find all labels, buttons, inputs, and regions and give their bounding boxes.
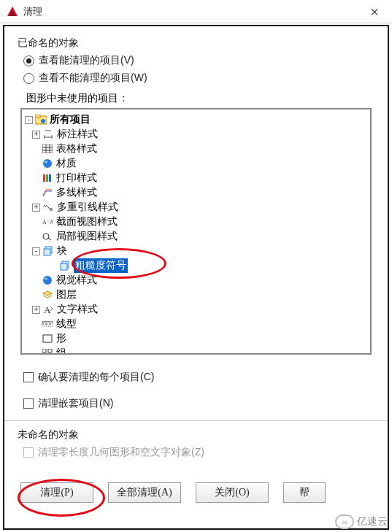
tree-item-textstyle[interactable]: +A文字样式	[25, 302, 367, 317]
expand-icon[interactable]: +	[32, 306, 40, 314]
check-confirm-each[interactable]: 确认要清理的每个项目(C)	[23, 371, 374, 384]
collapse-icon[interactable]: -	[25, 116, 33, 124]
detailview-icon	[42, 231, 53, 242]
tree-item-layer[interactable]: 图层	[25, 288, 367, 302]
svg-rect-1	[35, 115, 40, 117]
svg-rect-22	[44, 249, 50, 255]
tree-label: 线型	[56, 317, 77, 331]
radio-label: 查看不能清理的项目(W)	[39, 72, 147, 85]
svg-rect-35	[48, 354, 52, 355]
tree-label: 局部视图样式	[56, 229, 118, 244]
radio-label: 查看能清理的项目(V)	[39, 54, 134, 67]
linetype-icon	[42, 318, 53, 330]
collapse-icon[interactable]: -	[32, 247, 40, 255]
tree-item-mlinestyle[interactable]: 多线样式	[25, 185, 367, 200]
svg-text:A: A	[44, 304, 51, 315]
expand-icon[interactable]: +	[32, 131, 40, 139]
tree-item-detailview[interactable]: 局部视图样式	[25, 229, 367, 244]
svg-rect-31	[43, 335, 52, 342]
group-icon	[42, 347, 53, 355]
block-child-icon	[59, 260, 71, 271]
svg-rect-32	[42, 349, 46, 352]
app-icon	[6, 5, 19, 18]
block-icon	[42, 245, 54, 257]
tree-panel[interactable]: - 所有项目 +标注样式 表格样式 材质 打印样式 多线样式 +A多重引线样式 …	[20, 108, 372, 355]
svg-rect-34	[42, 354, 46, 355]
visualstyle-icon	[42, 274, 53, 286]
tablestyle-icon	[42, 143, 53, 155]
tree-item-mleaderstyle[interactable]: +A多重引线样式	[25, 200, 367, 215]
sectionview-icon: A⁻A	[42, 216, 53, 228]
tree-label: 文字样式	[57, 302, 98, 317]
tree-label: 块	[57, 244, 67, 258]
check-zero-length: 清理零长度几何图形和空文字对象(Z)	[23, 446, 374, 459]
svg-rect-14	[43, 174, 45, 182]
svg-text:A⁻A: A⁻A	[42, 219, 53, 225]
tree-item-linetype[interactable]: 线型	[25, 317, 367, 331]
tree-item-dimstyle[interactable]: +标注样式	[25, 127, 367, 142]
tree-item-plotstyle[interactable]: 打印样式	[25, 171, 367, 185]
all-items-icon	[35, 114, 47, 126]
tree-label: 表格样式	[56, 142, 97, 156]
check-nested[interactable]: 清理嵌套项目(N)	[23, 397, 374, 410]
tree-label: 材质	[56, 156, 77, 171]
tree: - 所有项目 +标注样式 表格样式 材质 打印样式 多线样式 +A多重引线样式 …	[25, 112, 367, 355]
button-row: 清理(P) 全部清理(A) 关闭(O) 帮	[18, 482, 374, 503]
svg-point-12	[43, 159, 52, 168]
help-button[interactable]: 帮	[283, 482, 326, 503]
tree-label: 图层	[56, 288, 77, 302]
check-label: 清理嵌套项目(N)	[38, 397, 113, 410]
dimstyle-icon	[42, 128, 54, 140]
tree-label: 组	[56, 346, 66, 355]
svg-text:A: A	[43, 204, 47, 208]
shape-icon	[42, 333, 53, 344]
plotstyle-icon	[42, 172, 53, 184]
close-icon[interactable]: ×	[363, 4, 386, 19]
tree-item-block[interactable]: -块	[25, 244, 367, 258]
tree-label: 多重引线样式	[57, 200, 118, 215]
check-label: 清理零长度几何图形和空文字对象(Z)	[38, 446, 204, 459]
tree-item-tablestyle[interactable]: 表格样式	[25, 142, 367, 156]
svg-rect-24	[61, 263, 67, 270]
svg-rect-7	[42, 144, 53, 153]
svg-rect-33	[48, 349, 52, 352]
svg-line-20	[48, 238, 51, 240]
window-title: 清理	[23, 5, 42, 18]
tree-item-roughness[interactable]: 粗糙度符号	[25, 258, 367, 273]
material-icon	[42, 158, 53, 169]
tree-item-visualstyle[interactable]: 视觉样式	[25, 273, 367, 288]
named-objects-heading: 已命名的对象	[18, 36, 374, 50]
radio-icon	[23, 55, 34, 66]
checkbox-icon	[23, 372, 34, 382]
tree-item-sectionview[interactable]: A⁻A截面视图样式	[25, 215, 367, 229]
tree-item-material[interactable]: 材质	[25, 156, 367, 171]
tree-label: 形	[56, 331, 66, 346]
tree-root[interactable]: - 所有项目	[25, 112, 367, 127]
separator	[4, 420, 388, 421]
tree-label: 截面视图样式	[56, 215, 118, 229]
tree-label: 标注样式	[57, 127, 98, 142]
svg-rect-16	[49, 174, 51, 182]
unused-items-label: 图形中未使用的项目：	[26, 92, 374, 105]
tree-item-group[interactable]: 组	[25, 346, 367, 355]
mleader-icon: A	[42, 201, 54, 213]
close-button[interactable]: 关闭(O)	[196, 482, 269, 503]
tree-root-label: 所有项目	[50, 112, 91, 127]
svg-rect-15	[46, 174, 48, 182]
dialog-body: 已命名的对象 查看能清理的项目(V) 查看不能清理的项目(W) 图形中未使用的项…	[3, 25, 389, 530]
checkbox-icon	[23, 398, 34, 409]
svg-point-19	[43, 234, 49, 239]
tree-item-shape[interactable]: 形	[25, 331, 367, 346]
tree-label-selected: 粗糙度符号	[74, 258, 128, 273]
radio-view-purgeable[interactable]: 查看能清理的项目(V)	[23, 54, 374, 67]
checkbox-icon	[23, 447, 34, 458]
unnamed-objects-heading: 未命名的对象	[18, 428, 374, 442]
purge-all-button[interactable]: 全部清理(A)	[108, 482, 181, 503]
layer-icon	[42, 289, 53, 301]
svg-point-2	[41, 119, 45, 123]
purge-button[interactable]: 清理(P)	[20, 482, 93, 503]
radio-view-nonpurgeable[interactable]: 查看不能清理的项目(W)	[23, 72, 374, 85]
tree-label: 打印样式	[56, 171, 97, 185]
check-label: 确认要清理的每个项目(C)	[38, 371, 154, 384]
expand-icon[interactable]: +	[32, 204, 40, 212]
